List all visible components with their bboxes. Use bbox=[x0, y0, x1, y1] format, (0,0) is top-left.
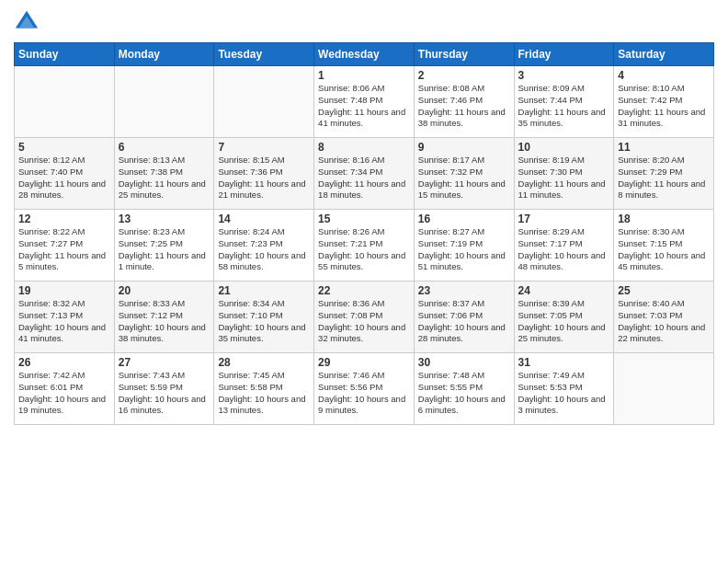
day-info: Sunrise: 8:15 AM Sunset: 7:36 PM Dayligh… bbox=[218, 155, 310, 201]
weekday-header-sunday: Sunday bbox=[15, 43, 115, 66]
calendar-cell: 16Sunrise: 8:27 AM Sunset: 7:19 PM Dayli… bbox=[414, 210, 514, 282]
day-number: 14 bbox=[218, 213, 310, 225]
day-info: Sunrise: 8:19 AM Sunset: 7:30 PM Dayligh… bbox=[518, 155, 610, 201]
day-number: 2 bbox=[418, 69, 510, 82]
day-number: 18 bbox=[618, 213, 710, 225]
day-info: Sunrise: 8:23 AM Sunset: 7:25 PM Dayligh… bbox=[119, 226, 210, 273]
day-number: 16 bbox=[418, 213, 510, 225]
day-number: 29 bbox=[318, 356, 410, 369]
day-number: 6 bbox=[119, 141, 210, 154]
day-number: 23 bbox=[418, 284, 510, 297]
calendar-cell: 29Sunrise: 7:46 AM Sunset: 5:56 PM Dayli… bbox=[314, 353, 415, 425]
calendar-week-4: 19Sunrise: 8:32 AM Sunset: 7:13 PM Dayli… bbox=[15, 282, 714, 353]
day-number: 31 bbox=[518, 356, 610, 369]
calendar-cell: 26Sunrise: 7:42 AM Sunset: 6:01 PM Dayli… bbox=[15, 353, 115, 425]
day-number: 20 bbox=[119, 284, 210, 297]
calendar-cell: 2Sunrise: 8:08 AM Sunset: 7:46 PM Daylig… bbox=[414, 66, 514, 138]
day-number: 9 bbox=[418, 141, 510, 154]
calendar-cell bbox=[15, 66, 115, 138]
calendar-cell: 27Sunrise: 7:43 AM Sunset: 5:59 PM Dayli… bbox=[114, 353, 214, 425]
day-info: Sunrise: 8:30 AM Sunset: 7:15 PM Dayligh… bbox=[618, 226, 710, 273]
calendar-header-row: SundayMondayTuesdayWednesdayThursdayFrid… bbox=[15, 43, 714, 66]
calendar-cell: 31Sunrise: 7:49 AM Sunset: 5:53 PM Dayli… bbox=[514, 353, 614, 425]
day-info: Sunrise: 8:16 AM Sunset: 7:34 PM Dayligh… bbox=[318, 155, 410, 201]
day-info: Sunrise: 8:37 AM Sunset: 7:06 PM Dayligh… bbox=[418, 298, 510, 345]
day-number: 13 bbox=[119, 213, 210, 225]
calendar-cell: 25Sunrise: 8:40 AM Sunset: 7:03 PM Dayli… bbox=[614, 282, 714, 353]
day-info: Sunrise: 8:09 AM Sunset: 7:44 PM Dayligh… bbox=[518, 83, 610, 130]
day-number: 7 bbox=[218, 141, 310, 154]
calendar-week-5: 26Sunrise: 7:42 AM Sunset: 6:01 PM Dayli… bbox=[15, 353, 714, 425]
day-number: 24 bbox=[518, 284, 610, 297]
calendar-cell: 10Sunrise: 8:19 AM Sunset: 7:30 PM Dayli… bbox=[514, 138, 614, 210]
calendar-cell: 18Sunrise: 8:30 AM Sunset: 7:15 PM Dayli… bbox=[614, 210, 714, 282]
calendar-cell: 1Sunrise: 8:06 AM Sunset: 7:48 PM Daylig… bbox=[314, 66, 415, 138]
calendar-cell: 9Sunrise: 8:17 AM Sunset: 7:32 PM Daylig… bbox=[414, 138, 514, 210]
day-info: Sunrise: 8:08 AM Sunset: 7:46 PM Dayligh… bbox=[418, 83, 510, 130]
day-info: Sunrise: 8:33 AM Sunset: 7:12 PM Dayligh… bbox=[119, 298, 210, 345]
calendar-week-2: 5Sunrise: 8:12 AM Sunset: 7:40 PM Daylig… bbox=[15, 138, 714, 210]
day-number: 12 bbox=[18, 213, 110, 225]
calendar-cell: 11Sunrise: 8:20 AM Sunset: 7:29 PM Dayli… bbox=[614, 138, 714, 210]
day-info: Sunrise: 8:17 AM Sunset: 7:32 PM Dayligh… bbox=[418, 155, 510, 201]
generalblue-icon bbox=[14, 9, 40, 35]
day-info: Sunrise: 8:22 AM Sunset: 7:27 PM Dayligh… bbox=[18, 226, 110, 273]
weekday-header-monday: Monday bbox=[114, 43, 214, 66]
day-info: Sunrise: 8:20 AM Sunset: 7:29 PM Dayligh… bbox=[618, 155, 710, 201]
calendar-cell bbox=[614, 353, 714, 425]
day-number: 10 bbox=[518, 141, 610, 154]
calendar-cell: 22Sunrise: 8:36 AM Sunset: 7:08 PM Dayli… bbox=[314, 282, 415, 353]
calendar-cell bbox=[214, 66, 314, 138]
calendar-cell: 24Sunrise: 8:39 AM Sunset: 7:05 PM Dayli… bbox=[514, 282, 614, 353]
day-number: 11 bbox=[618, 141, 710, 154]
calendar-cell: 7Sunrise: 8:15 AM Sunset: 7:36 PM Daylig… bbox=[214, 138, 314, 210]
weekday-header-saturday: Saturday bbox=[614, 43, 714, 66]
day-info: Sunrise: 8:36 AM Sunset: 7:08 PM Dayligh… bbox=[318, 298, 410, 345]
day-number: 28 bbox=[218, 356, 310, 369]
day-info: Sunrise: 8:13 AM Sunset: 7:38 PM Dayligh… bbox=[119, 155, 210, 201]
day-info: Sunrise: 8:32 AM Sunset: 7:13 PM Dayligh… bbox=[18, 298, 110, 345]
day-number: 25 bbox=[618, 284, 710, 297]
day-info: Sunrise: 7:45 AM Sunset: 5:58 PM Dayligh… bbox=[218, 370, 310, 417]
header bbox=[14, 9, 714, 35]
calendar-cell: 12Sunrise: 8:22 AM Sunset: 7:27 PM Dayli… bbox=[15, 210, 115, 282]
day-number: 17 bbox=[518, 213, 610, 225]
day-info: Sunrise: 7:49 AM Sunset: 5:53 PM Dayligh… bbox=[518, 370, 610, 417]
day-number: 1 bbox=[318, 69, 410, 82]
calendar-cell: 23Sunrise: 8:37 AM Sunset: 7:06 PM Dayli… bbox=[414, 282, 514, 353]
calendar-cell: 4Sunrise: 8:10 AM Sunset: 7:42 PM Daylig… bbox=[614, 66, 714, 138]
day-number: 5 bbox=[18, 141, 110, 154]
day-info: Sunrise: 8:34 AM Sunset: 7:10 PM Dayligh… bbox=[218, 298, 310, 345]
calendar-cell: 5Sunrise: 8:12 AM Sunset: 7:40 PM Daylig… bbox=[15, 138, 115, 210]
day-number: 30 bbox=[418, 356, 510, 369]
day-info: Sunrise: 7:43 AM Sunset: 5:59 PM Dayligh… bbox=[119, 370, 210, 417]
day-info: Sunrise: 8:10 AM Sunset: 7:42 PM Dayligh… bbox=[618, 83, 710, 130]
calendar-cell: 17Sunrise: 8:29 AM Sunset: 7:17 PM Dayli… bbox=[514, 210, 614, 282]
calendar-cell: 20Sunrise: 8:33 AM Sunset: 7:12 PM Dayli… bbox=[114, 282, 214, 353]
calendar-cell: 28Sunrise: 7:45 AM Sunset: 5:58 PM Dayli… bbox=[214, 353, 314, 425]
weekday-header-friday: Friday bbox=[514, 43, 614, 66]
day-info: Sunrise: 7:42 AM Sunset: 6:01 PM Dayligh… bbox=[18, 370, 110, 417]
weekday-header-wednesday: Wednesday bbox=[314, 43, 415, 66]
day-info: Sunrise: 7:48 AM Sunset: 5:55 PM Dayligh… bbox=[418, 370, 510, 417]
day-info: Sunrise: 7:46 AM Sunset: 5:56 PM Dayligh… bbox=[318, 370, 410, 417]
logo bbox=[14, 9, 43, 35]
day-number: 15 bbox=[318, 213, 410, 225]
day-number: 4 bbox=[618, 69, 710, 82]
day-number: 26 bbox=[18, 356, 110, 369]
day-number: 3 bbox=[518, 69, 610, 82]
weekday-header-thursday: Thursday bbox=[414, 43, 514, 66]
page: SundayMondayTuesdayWednesdayThursdayFrid… bbox=[0, 0, 728, 563]
day-info: Sunrise: 8:12 AM Sunset: 7:40 PM Dayligh… bbox=[18, 155, 110, 201]
day-number: 19 bbox=[18, 284, 110, 297]
calendar-week-3: 12Sunrise: 8:22 AM Sunset: 7:27 PM Dayli… bbox=[15, 210, 714, 282]
calendar-cell: 6Sunrise: 8:13 AM Sunset: 7:38 PM Daylig… bbox=[114, 138, 214, 210]
calendar-week-1: 1Sunrise: 8:06 AM Sunset: 7:48 PM Daylig… bbox=[15, 66, 714, 138]
calendar-cell: 15Sunrise: 8:26 AM Sunset: 7:21 PM Dayli… bbox=[314, 210, 415, 282]
day-info: Sunrise: 8:06 AM Sunset: 7:48 PM Dayligh… bbox=[318, 83, 410, 130]
calendar-cell: 13Sunrise: 8:23 AM Sunset: 7:25 PM Dayli… bbox=[114, 210, 214, 282]
calendar-cell: 21Sunrise: 8:34 AM Sunset: 7:10 PM Dayli… bbox=[214, 282, 314, 353]
day-info: Sunrise: 8:24 AM Sunset: 7:23 PM Dayligh… bbox=[218, 226, 310, 273]
calendar-cell: 3Sunrise: 8:09 AM Sunset: 7:44 PM Daylig… bbox=[514, 66, 614, 138]
day-info: Sunrise: 8:39 AM Sunset: 7:05 PM Dayligh… bbox=[518, 298, 610, 345]
